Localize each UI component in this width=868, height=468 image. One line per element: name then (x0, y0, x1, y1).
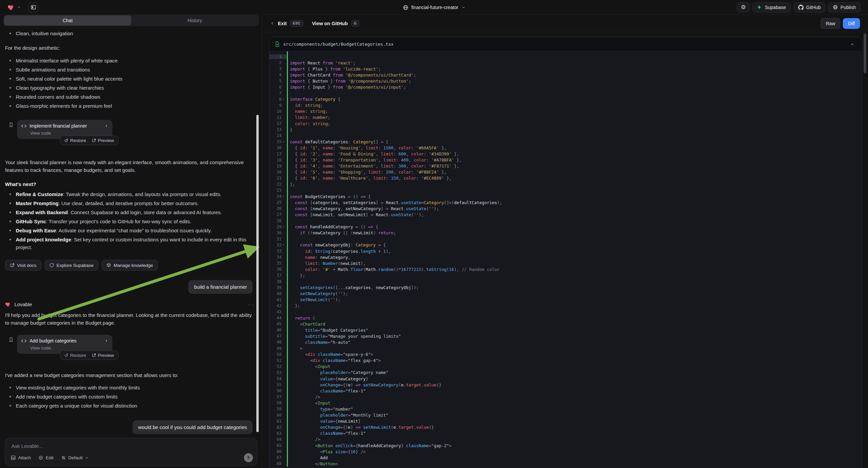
chevron-right-icon (104, 339, 108, 343)
file-header[interactable]: src/components/budget/BudgetCategories.t… (270, 37, 862, 51)
code-text: name: string; (287, 109, 328, 114)
code-text: className="flex-1" (287, 431, 366, 436)
project-switcher[interactable]: financial-future-creator (403, 0, 465, 15)
line-number: 3 (270, 66, 287, 71)
line-number: 60 (270, 413, 287, 418)
code-text: <div className="flex gap-4"> (287, 358, 381, 363)
code-panel: src/components/budget/BudgetCategories.t… (269, 37, 862, 468)
view-on-github-button[interactable]: View on GitHub G (312, 20, 360, 27)
line-number: 27 (270, 212, 287, 217)
toggle-sidebar-button[interactable] (28, 2, 38, 12)
manage-knowledge-button[interactable]: Manage knowledge (102, 260, 158, 271)
line-number: 50 (270, 352, 287, 357)
code-editor[interactable]: 12import React from 'react';3import { Pl… (270, 51, 862, 467)
version-title: Add budget categories (30, 338, 101, 344)
code-line: 38 (270, 278, 862, 284)
code-text: color: string; (287, 121, 330, 126)
code-text: const newCategoryObj: Category = { (287, 242, 386, 247)
code-text: id: String(categories.length + 1), (287, 249, 391, 254)
fold-chevron-icon[interactable]: ∨ (281, 140, 285, 143)
fold-chevron-icon[interactable]: ∨ (281, 244, 285, 246)
composer-input[interactable]: Ask Lovable... (11, 443, 43, 449)
chat-scrollbar[interactable] (256, 115, 259, 432)
file-path: src/components/budget/BudgetCategories.t… (283, 41, 394, 47)
mode-selector[interactable]: Default (61, 455, 89, 460)
send-button[interactable] (244, 453, 253, 462)
bookmark-icon[interactable] (8, 337, 14, 343)
fold-chevron-icon[interactable]: ∨ (281, 226, 285, 228)
preview-button[interactable]: Preview (92, 138, 114, 143)
fold-chevron-icon[interactable]: ∨ (281, 195, 285, 198)
settings-button[interactable]: ⚙ (737, 2, 750, 12)
code-text: <ChartCard (287, 322, 325, 327)
design-intro: For the design aesthetic: (5, 44, 255, 52)
version-card-1: Implement financial planner View code ↺ … (17, 120, 113, 139)
workspace-chevron-icon[interactable] (17, 5, 21, 9)
code-text: </Button> (287, 461, 338, 466)
line-number: 19 (270, 164, 287, 169)
attach-button[interactable]: Attach (11, 455, 31, 460)
exit-button[interactable]: Exit ESC (270, 20, 303, 27)
diff-toggle-button[interactable]: Diff (843, 18, 860, 29)
view-code-link[interactable]: View code (30, 346, 108, 351)
chevron-up-icon[interactable] (848, 41, 857, 47)
publish-button[interactable]: Publish (828, 2, 861, 12)
edit-button[interactable]: Edit (38, 455, 53, 460)
supabase-button[interactable]: Supabase (752, 2, 790, 12)
lovable-logo-icon[interactable] (7, 4, 15, 11)
line-number: 61 (270, 419, 287, 424)
view-code-link[interactable]: View code (30, 130, 108, 136)
code-line: 6import { Input } from '@/components/ui/… (270, 84, 862, 90)
list-item: Clean, intuitive navigation (16, 30, 255, 37)
line-number: 58 (270, 401, 287, 405)
code-line: 34 name: newCategory, (270, 254, 862, 260)
code-line: 61 value={newLimit} (270, 418, 862, 425)
next-steps-list: Refine & Customize: Tweak the design, an… (5, 191, 255, 253)
code-line: 53 placeholder="Category name" (270, 370, 862, 376)
line-number: 9 (270, 103, 287, 108)
code-text: const [newCategory, setNewCategory] = Re… (287, 206, 439, 211)
raw-toggle-button[interactable]: Raw (821, 18, 840, 29)
code-text: /> (287, 394, 320, 400)
file-plus-icon (275, 41, 280, 47)
code-text: const BudgetCategories = () => { (287, 194, 371, 199)
code-text: import ChartCard from '@/components/ui/C… (287, 72, 416, 78)
line-number: 55 (270, 382, 287, 387)
visit-docs-button[interactable]: Visit docs (5, 260, 41, 271)
globe-icon (403, 5, 408, 10)
composer[interactable]: Ask Lovable... Attach Edit Default (5, 438, 257, 466)
tab-chat[interactable]: Chat (4, 16, 131, 26)
line-number: 51 (270, 358, 287, 363)
code-text: { id: '1', name: 'Housing', limit: 1500,… (287, 145, 446, 150)
message-menu-icon[interactable]: ··· (248, 301, 255, 307)
restore-button[interactable]: ↺ Restore (64, 352, 86, 358)
code-line: 4import ChartCard from '@/components/ui/… (270, 72, 862, 78)
code-line: 2import React from 'react'; (270, 60, 862, 66)
list-item: GitHub Sync: Transfer your project's cod… (16, 217, 255, 225)
code-line: 7 (270, 90, 862, 96)
code-text: placeholder="Monthly limit" (287, 413, 389, 418)
code-line: 13} (270, 126, 862, 133)
code-line: 52 <Input (270, 363, 862, 370)
code-line: 15∨const defaultCategories: Category[] =… (270, 139, 862, 145)
line-number: 68 (270, 461, 287, 466)
line-number: 46 (270, 328, 287, 332)
code-line: 23 (270, 187, 862, 194)
explore-supabase-button[interactable]: Explore Supabase (44, 260, 98, 271)
tab-history[interactable]: History (131, 16, 258, 26)
github-icon (798, 5, 804, 10)
preview-button[interactable]: Preview (92, 352, 114, 358)
list-item: Add project knowledge: Set key context o… (16, 236, 255, 251)
code-scrollbar[interactable] (864, 34, 866, 73)
bookmark-icon[interactable] (8, 122, 14, 128)
line-number: 22 (270, 182, 287, 187)
github-button[interactable]: GitHub (794, 2, 826, 12)
added-paragraph: I've added a new budget categories manag… (5, 371, 255, 379)
restore-button[interactable]: ↺ Restore (64, 138, 86, 143)
code-line: 10 name: string; (270, 109, 862, 115)
line-number: 5 (270, 79, 287, 83)
line-number: 63 (270, 431, 287, 436)
fold-chevron-icon[interactable]: ∨ (281, 98, 285, 101)
code-line: 19 { id: '4', name: 'Entertainment', lim… (270, 163, 862, 169)
line-number: 57 (270, 394, 287, 399)
